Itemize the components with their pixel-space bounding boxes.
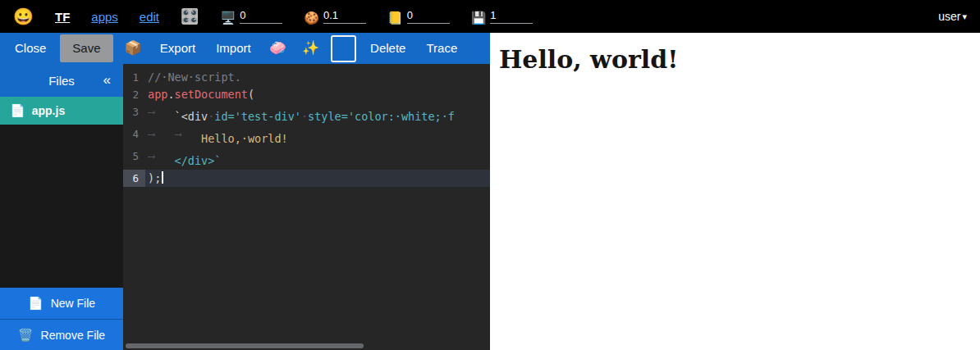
chevron-down-icon: ▾: [962, 11, 967, 22]
collapse-panel-icon[interactable]: «: [100, 70, 114, 90]
stat-disk-value[interactable]: 1: [490, 9, 533, 24]
monitor-icon: 🖥️: [220, 11, 236, 24]
stat-monitor-value[interactable]: 0: [240, 9, 282, 24]
code-editor[interactable]: 1//·New·script.2app.setDocument(3⟶`<div·…: [123, 64, 490, 350]
nav-link-edit[interactable]: edit: [140, 10, 159, 24]
code-line-content: ⟶</div>`: [145, 148, 221, 170]
code-line-content: );: [145, 170, 163, 187]
code-line-content: app.setDocument(: [145, 86, 254, 103]
stat-ledger-value[interactable]: 0: [407, 9, 450, 24]
new-file-label: New File: [51, 297, 95, 310]
code-lines: 1//·New·script.2app.setDocument(3⟶`<div·…: [123, 64, 490, 187]
code-line[interactable]: 5⟶</div>`: [123, 148, 490, 170]
nav-link-tf[interactable]: TF: [55, 10, 70, 24]
stat-ledger: 📒 0: [387, 9, 450, 24]
files-panel-header: Files «: [0, 64, 123, 97]
new-file-button[interactable]: 📄 New File: [0, 288, 123, 319]
remove-file-label: Remove File: [41, 329, 106, 342]
import-button[interactable]: Import: [209, 37, 258, 61]
stat-cookie: 🍪 0.1: [304, 9, 366, 24]
cookie-icon: 🍪: [304, 11, 319, 24]
line-number: 6: [123, 170, 145, 187]
scrollbar-thumb[interactable]: [126, 343, 364, 348]
code-line-content: //·New·script.: [145, 69, 241, 86]
blank-button[interactable]: [331, 35, 356, 62]
user-menu[interactable]: user ▾: [938, 10, 967, 23]
package-icon[interactable]: 📦: [121, 38, 146, 60]
code-line[interactable]: 3⟶`<div·id='test-div'·style='color:·whit…: [123, 103, 490, 125]
nav-link-apps[interactable]: apps: [91, 10, 118, 24]
editor-toolbar: Close Save 📦 Export Import 🧼 ✨ Delete Tr…: [0, 33, 490, 64]
close-button[interactable]: Close: [8, 37, 53, 61]
line-number: 3: [123, 103, 145, 125]
file-list: 📄 app.js: [0, 97, 123, 288]
remove-file-button[interactable]: 🗑️ Remove File: [0, 319, 123, 350]
file-name: app.js: [32, 104, 65, 117]
trace-button[interactable]: Trace: [419, 37, 464, 61]
document-icon: 📄: [10, 103, 25, 118]
control-knobs-icon[interactable]: 🎛️: [181, 7, 199, 25]
file-item-appjs[interactable]: 📄 app.js: [0, 97, 123, 125]
floppy-disk-icon: 💾: [471, 11, 487, 24]
line-number: 2: [123, 86, 145, 103]
workspace-column: Close Save 📦 Export Import 🧼 ✨ Delete Tr…: [0, 33, 490, 350]
preview-text: Hello, world!: [499, 45, 980, 74]
delete-button[interactable]: Delete: [364, 37, 412, 61]
code-line-content: ⟶`<div·id='test-div'·style='color:·white…: [145, 103, 455, 125]
text-cursor: [162, 171, 163, 184]
files-panel: Files « 📄 app.js 📄 New File 🗑️ Remove Fi…: [0, 64, 123, 350]
code-line[interactable]: 4⟶⟶Hello,·world!: [123, 125, 490, 148]
stat-disk: 💾 1: [471, 9, 534, 24]
app-logo-emoji[interactable]: 😀: [13, 8, 34, 25]
line-number: 4: [123, 125, 145, 148]
ledger-icon: 📒: [387, 11, 403, 24]
stat-monitor: 🖥️ 0: [220, 9, 282, 24]
main-area: Close Save 📦 Export Import 🧼 ✨ Delete Tr…: [0, 33, 980, 350]
code-line[interactable]: 6);: [123, 170, 490, 187]
soap-icon[interactable]: 🧼: [265, 38, 291, 60]
preview-pane: Hello, world!: [490, 33, 980, 350]
save-button[interactable]: Save: [60, 34, 112, 63]
workspace-body: Files « 📄 app.js 📄 New File 🗑️ Remove Fi…: [0, 64, 490, 350]
horizontal-scrollbar[interactable]: [123, 343, 490, 349]
remove-file-icon: 🗑️: [18, 328, 34, 343]
user-menu-label: user: [938, 10, 960, 23]
files-panel-title: Files: [48, 74, 75, 88]
code-line-content: ⟶⟶Hello,·world!: [145, 125, 288, 148]
stat-cookie-value[interactable]: 0.1: [323, 9, 366, 24]
code-line[interactable]: 2app.setDocument(: [123, 86, 490, 103]
new-file-icon: 📄: [28, 296, 44, 311]
export-button[interactable]: Export: [153, 37, 202, 61]
code-line[interactable]: 1//·New·script.: [123, 69, 490, 86]
topbar: 😀 TF apps edit 🎛️ 🖥️ 0 🍪 0.1 📒 0 💾 1 use…: [0, 0, 980, 33]
line-number: 1: [123, 69, 145, 86]
sparkles-icon[interactable]: ✨: [298, 38, 323, 60]
line-number: 5: [123, 148, 145, 170]
